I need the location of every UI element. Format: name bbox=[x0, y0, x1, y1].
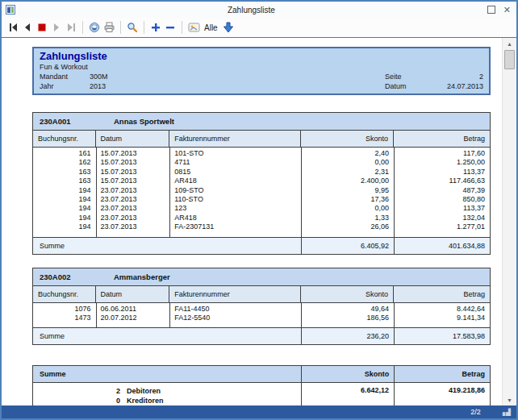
report-header: Zahlungsliste Fun & Workout Mandant 300M… bbox=[32, 47, 491, 95]
stop-button[interactable] bbox=[36, 21, 48, 34]
zoom-in-icon[interactable] bbox=[149, 21, 162, 34]
window-title: Zahlungsliste bbox=[15, 6, 487, 15]
cell: 0,00 bbox=[301, 158, 394, 167]
cell: 487,39 bbox=[394, 186, 490, 195]
cell: 20.07.2012 bbox=[96, 314, 170, 322]
resize-grip[interactable]: ▗▟ bbox=[500, 409, 512, 416]
mandant-label: Mandant bbox=[40, 73, 90, 81]
total-header-summe: Summe bbox=[33, 366, 301, 382]
toolbar-separator bbox=[120, 21, 121, 34]
column-divider bbox=[169, 303, 170, 328]
cell: 194 bbox=[33, 222, 96, 231]
cell: 109-STO bbox=[169, 186, 300, 195]
maximize-button[interactable] bbox=[487, 6, 495, 14]
seite-value: 2 bbox=[479, 73, 483, 81]
kreditoren-label: Kreditoren bbox=[127, 396, 164, 405]
column-header: Datum bbox=[96, 286, 170, 302]
kreditoren-count: 0 bbox=[40, 396, 120, 405]
cell: 15.07.2013 bbox=[96, 168, 170, 177]
cell: 161 bbox=[33, 149, 96, 158]
column-divider bbox=[96, 303, 97, 328]
cell: 1.277,01 bbox=[394, 222, 490, 231]
debitoren-count: 2 bbox=[40, 386, 120, 396]
cell: AR418 bbox=[169, 214, 300, 222]
column-header: Datum bbox=[96, 131, 170, 147]
cell: 23.07.2013 bbox=[96, 186, 170, 195]
column-header: Skonto bbox=[301, 286, 394, 302]
column-header-row: Buchungsnr. Datum Fakturennummer Skonto … bbox=[33, 131, 490, 148]
print-icon[interactable] bbox=[102, 21, 115, 34]
cell: 15.07.2013 bbox=[96, 177, 170, 185]
summe-label: Summe bbox=[33, 238, 301, 254]
cell: 163 bbox=[33, 177, 96, 185]
cell: 113,37 bbox=[394, 204, 490, 213]
cell: 117,60 bbox=[394, 149, 490, 158]
table-body: 107606.06.2011FA11-445049,648.442,641473… bbox=[33, 303, 490, 328]
cell: 1473 bbox=[33, 314, 96, 322]
table-row: 19423.07.20131230,00113,37 bbox=[33, 204, 490, 213]
table-row: 147320.07.2012FA12-5540186,569.141,34 bbox=[33, 314, 490, 322]
group-id: 230A002 bbox=[40, 272, 114, 281]
app-icon bbox=[6, 5, 15, 15]
seite-row: Seite 2 bbox=[385, 73, 483, 81]
summe-skonto: 6.405,92 bbox=[301, 238, 394, 254]
cell: 117.466,63 bbox=[394, 177, 490, 185]
title-bar: Zahlungsliste ✕ bbox=[2, 2, 516, 18]
cell: 26,06 bbox=[301, 222, 394, 231]
cell: 17,36 bbox=[301, 195, 394, 204]
column-header: Betrag bbox=[394, 286, 490, 302]
cell: 194 bbox=[33, 214, 96, 222]
cell: 163 bbox=[33, 168, 96, 177]
total-skonto: 6.642,12 bbox=[301, 383, 394, 405]
scroll-up-arrow[interactable]: ▲ bbox=[503, 38, 516, 49]
print-setup-icon[interactable] bbox=[88, 21, 101, 34]
vertical-scrollbar[interactable]: ▲ ▼ bbox=[502, 38, 516, 405]
toolbar: Alle bbox=[2, 18, 516, 38]
cell: FA-2307131 bbox=[169, 222, 300, 231]
cell: 132,04 bbox=[394, 214, 490, 222]
toolbar-separator bbox=[144, 21, 144, 34]
last-page-button[interactable] bbox=[65, 21, 77, 34]
cell: 9.141,34 bbox=[394, 314, 490, 322]
cell: 101-STO bbox=[169, 149, 300, 158]
first-page-button[interactable] bbox=[6, 21, 19, 34]
table-row: 19423.07.2013109-STO9,95487,39 bbox=[33, 186, 490, 195]
table-row: 19423.07.2013110-STO17,36850,80 bbox=[33, 195, 490, 204]
cell: 2,40 bbox=[301, 149, 394, 158]
next-page-button[interactable] bbox=[50, 21, 63, 34]
column-divider bbox=[394, 148, 395, 237]
scroll-down-arrow[interactable]: ▼ bbox=[503, 394, 516, 405]
toolbar-separator bbox=[82, 21, 83, 34]
cell: FA12-5540 bbox=[169, 314, 300, 322]
cell: AR418 bbox=[169, 177, 300, 185]
jahr-label: Jahr bbox=[40, 82, 90, 90]
summe-betrag: 401.634,88 bbox=[394, 238, 490, 254]
debitoren-label: Debitoren bbox=[127, 386, 161, 396]
column-header: Buchungsnr. bbox=[33, 286, 96, 302]
column-divider bbox=[301, 148, 302, 237]
zoom-out-icon[interactable] bbox=[164, 21, 177, 34]
previous-page-button[interactable] bbox=[21, 21, 34, 34]
close-button[interactable]: ✕ bbox=[503, 6, 511, 13]
group-id: 230A001 bbox=[40, 117, 114, 126]
table-row: 16315.07.201308152,31113,37 bbox=[33, 168, 490, 177]
column-header: Fakturennummer bbox=[169, 286, 300, 302]
mandant-value: 300M bbox=[90, 73, 108, 81]
cell: 110-STO bbox=[169, 195, 300, 204]
total-header-row: Summe Skonto Betrag bbox=[33, 366, 490, 383]
cell: 194 bbox=[33, 195, 96, 204]
total-header-skonto: Skonto bbox=[301, 366, 394, 382]
export-down-arrow-icon[interactable] bbox=[222, 21, 235, 34]
datum-label: Datum bbox=[385, 82, 407, 90]
search-icon[interactable] bbox=[126, 21, 139, 34]
cell: 194 bbox=[33, 204, 96, 213]
summe-betrag: 17.583,98 bbox=[394, 328, 490, 344]
toolbar-separator bbox=[182, 21, 182, 34]
kreditoren-line: 0 Kreditoren bbox=[40, 396, 295, 405]
cell: 1,33 bbox=[301, 214, 394, 222]
summe-row: Summe 236,20 17.583,98 bbox=[33, 327, 490, 344]
cell: 23.07.2013 bbox=[96, 222, 170, 231]
scrollbar-thumb[interactable] bbox=[504, 50, 515, 69]
page-image-icon[interactable] bbox=[187, 21, 200, 34]
datum-value: 24.07.2013 bbox=[447, 82, 483, 90]
